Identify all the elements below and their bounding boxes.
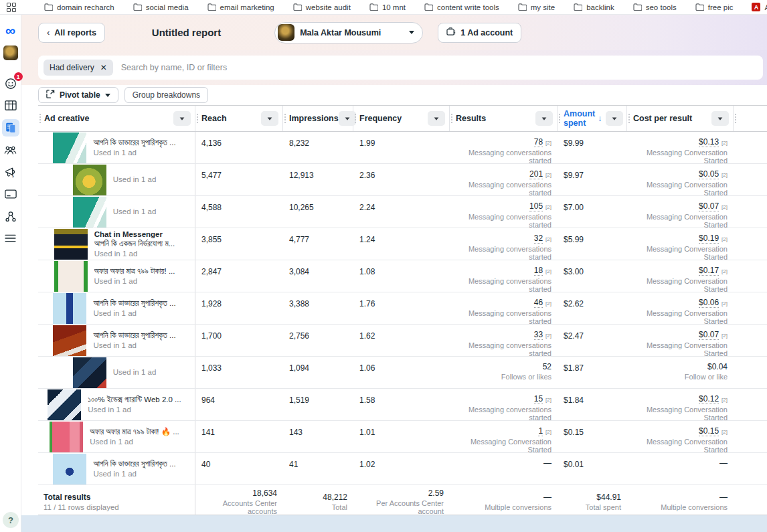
frequency-value: 1.99 bbox=[353, 132, 450, 163]
sidebar-item-audiences[interactable] bbox=[2, 141, 19, 159]
results-value[interactable]: 33 bbox=[534, 330, 543, 340]
table-row[interactable]: ১০০% ইন্ডেক্স গ্যারান্টি Web 2.0 ... Use… bbox=[38, 389, 767, 421]
table-row[interactable]: অফার অফার মাত্র ৭৯৯ টাকা! 🔥 ... Used in … bbox=[38, 421, 767, 453]
bookmark-folder[interactable]: content write tools bbox=[424, 3, 499, 11]
bookmark-folder[interactable]: A Adobe bbox=[752, 3, 767, 11]
cost-per-result-value[interactable]: $0.04 bbox=[707, 362, 728, 371]
apps-grid-icon[interactable] bbox=[7, 3, 16, 12]
bookmark-folder[interactable]: seo tools bbox=[633, 3, 677, 11]
results-cell: 1[2] Messaging Conversation Started bbox=[450, 421, 558, 452]
bookmark-folder[interactable]: social media bbox=[133, 3, 189, 11]
all-reports-button[interactable]: ‹ All reports bbox=[38, 23, 105, 43]
results-value[interactable]: — bbox=[543, 458, 551, 468]
cost-per-result-value[interactable]: $0.07 bbox=[699, 330, 719, 340]
ad-thumbnail bbox=[54, 229, 88, 260]
column-menu-button[interactable] bbox=[261, 111, 278, 126]
impressions-value: 3,084 bbox=[283, 260, 353, 292]
bookmark-folder[interactable]: website audit bbox=[293, 3, 351, 11]
reports-icon bbox=[5, 122, 17, 134]
sidebar-item-billing[interactable] bbox=[2, 185, 19, 203]
ad-thumbnail bbox=[53, 454, 86, 484]
svg-text:$: $ bbox=[11, 174, 13, 178]
cost-per-result-value[interactable]: $0.05 bbox=[699, 169, 719, 179]
cost-per-result-value[interactable]: — bbox=[719, 458, 728, 468]
column-header-reach[interactable]: Reach bbox=[195, 106, 283, 131]
column-menu-button[interactable] bbox=[711, 111, 729, 126]
column-menu-button[interactable] bbox=[173, 111, 191, 126]
reach-value: 1,928 bbox=[195, 292, 283, 324]
column-menu-button[interactable] bbox=[606, 111, 623, 126]
sidebar-item-menu[interactable] bbox=[2, 230, 19, 247]
bookmark-folder[interactable]: email marketing bbox=[207, 3, 274, 11]
cost-per-result-value[interactable]: $0.19 bbox=[699, 234, 719, 244]
reach-value: 1,033 bbox=[195, 357, 283, 388]
bookmark-folder[interactable]: 10 mnt bbox=[369, 3, 406, 11]
frequency-value: 1.08 bbox=[353, 260, 450, 292]
ad-thumbnail bbox=[48, 389, 81, 420]
footnote-ref: [2] bbox=[721, 300, 728, 306]
sidebar-item-ads-reporting[interactable] bbox=[2, 119, 19, 137]
cost-per-result-value[interactable]: $0.17 bbox=[699, 266, 719, 276]
folder-icon bbox=[44, 3, 53, 11]
account-selector[interactable]: Mala Aktar Mousumi bbox=[274, 22, 423, 43]
cost-per-result-value[interactable]: $0.06 bbox=[699, 298, 719, 308]
bookmark-folder[interactable]: my site bbox=[518, 3, 555, 11]
pivot-table-dropdown[interactable]: Pivot table bbox=[38, 87, 118, 103]
results-value[interactable]: 46 bbox=[534, 298, 543, 308]
results-value[interactable]: 15 bbox=[534, 394, 543, 404]
rows-displayed: 11 / 11 rows displayed bbox=[44, 503, 189, 511]
results-type-label: Messaging conversations started bbox=[456, 213, 551, 228]
help-button[interactable]: ? bbox=[3, 512, 19, 528]
table-row[interactable]: Used in 1 ad 5,477 12,913 2.36 201[2] Me… bbox=[38, 164, 767, 196]
table-row[interactable]: আপনি কি ডাক্তারের সুপারিশকৃত ... Used in… bbox=[38, 325, 767, 357]
search-input[interactable]: Search by name, ID or filters bbox=[121, 63, 755, 72]
filter-chip-had-delivery[interactable]: Had delivery ✕ bbox=[44, 60, 113, 76]
search-bar[interactable]: Had delivery ✕ Search by name, ID or fil… bbox=[38, 56, 763, 80]
report-header: ‹ All reports Untitled report Mala Aktar… bbox=[21, 15, 767, 50]
impressions-value: 41 bbox=[283, 453, 353, 484]
table-row[interactable]: Used in 1 ad 4,588 10,265 2.24 105[2] Me… bbox=[38, 196, 767, 228]
table-row[interactable]: Chat in Messenger আপনি কি একজন নির্ভরযোগ… bbox=[38, 228, 767, 260]
ad-account-button[interactable]: 1 Ad account bbox=[438, 23, 521, 43]
sidebar-item-campaigns-table[interactable] bbox=[2, 97, 19, 114]
table-row[interactable]: আপনি কি ডাক্তারের সুপারিশকৃত ... Used in… bbox=[38, 453, 767, 485]
sidebar-item-business-network[interactable] bbox=[2, 207, 19, 225]
table-row[interactable]: অফার অফার মাত্র ৭৯৯ টাকায়! ... Used in … bbox=[38, 260, 767, 292]
table-row[interactable]: আপনি কি ডাক্তারের সুপারিশকৃত ... Used in… bbox=[38, 292, 767, 325]
results-value[interactable]: 18 bbox=[534, 266, 543, 276]
column-header-impressions[interactable]: Impressions bbox=[283, 106, 353, 131]
results-value[interactable]: 105 bbox=[529, 201, 543, 211]
results-value[interactable]: 78 bbox=[534, 137, 543, 147]
sidebar-item-account-switcher[interactable]: 1 bbox=[2, 75, 19, 92]
results-value[interactable]: 52 bbox=[543, 362, 551, 371]
bookmark-folder[interactable]: domain recharch bbox=[44, 3, 114, 11]
results-value[interactable]: 1 bbox=[538, 426, 543, 436]
reach-value: 40 bbox=[195, 453, 283, 484]
cost-per-result-value[interactable]: $0.07 bbox=[699, 201, 719, 211]
close-icon[interactable]: ✕ bbox=[100, 63, 107, 72]
bookmark-folder[interactable]: free pic bbox=[695, 3, 734, 11]
reach-value: 4,136 bbox=[195, 132, 283, 163]
column-header-results[interactable]: Results bbox=[450, 106, 558, 131]
table-row[interactable]: আপনি কি ডাক্তারের সুপারিশকৃত ... Used in… bbox=[38, 132, 767, 164]
results-value[interactable]: 201 bbox=[529, 169, 543, 179]
table-row[interactable]: Used in 1 ad 1,033 1,094 1.06 52 Follows… bbox=[38, 357, 767, 389]
bookmark-folder[interactable]: backlink bbox=[574, 3, 614, 11]
cost-per-result-value[interactable]: $0.15 bbox=[699, 426, 719, 436]
column-menu-button[interactable] bbox=[428, 111, 445, 126]
column-header-ad-creative[interactable]: Ad creative bbox=[38, 106, 195, 131]
column-header-cost-per-result[interactable]: Cost per result bbox=[627, 106, 734, 131]
group-breakdowns-button[interactable]: Group breakdowns bbox=[124, 87, 208, 103]
column-menu-button[interactable] bbox=[535, 111, 553, 126]
results-value[interactable]: 32 bbox=[534, 234, 543, 244]
frequency-value: 2.36 bbox=[353, 164, 450, 195]
cost-per-result-value[interactable]: $0.13 bbox=[699, 137, 719, 147]
column-header-frequency[interactable]: Frequency bbox=[353, 106, 450, 131]
meta-logo-icon[interactable]: ∞ bbox=[2, 21, 19, 39]
sidebar-item-promote[interactable]: $ bbox=[2, 163, 19, 181]
column-header-amount-spent[interactable]: Amount spent ↓ bbox=[558, 106, 627, 131]
cost-per-result-value[interactable]: $0.12 bbox=[699, 394, 719, 404]
results-cell: 46[2] Messaging conversations started bbox=[450, 292, 558, 324]
results-cell: 32[2] Messaging conversations started bbox=[450, 228, 558, 260]
profile-avatar[interactable] bbox=[3, 46, 18, 60]
